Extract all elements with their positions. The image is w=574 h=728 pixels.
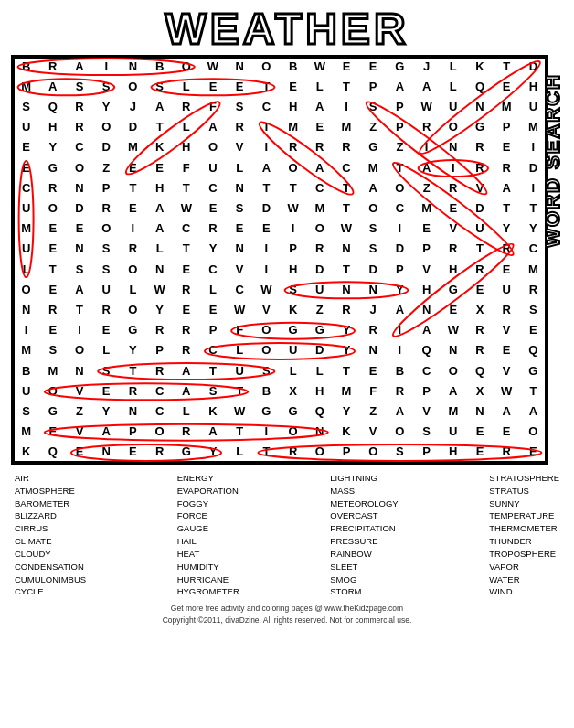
word-list-item: THUNDER [489, 536, 559, 548]
word-list-item: BAROMETER [15, 498, 86, 510]
word-list-item: EVAPORATION [177, 486, 239, 498]
footer-line2: Copyright ©2011, divaDzine. All rights r… [11, 615, 563, 626]
word-list-item: CYCLE [15, 586, 86, 598]
word-list-item: HEAT [177, 549, 239, 561]
word-list-item: LIGHTNING [330, 473, 398, 485]
word-list-item: HURRICANE [177, 574, 239, 586]
word-list-item: RAINBOW [330, 549, 398, 561]
word-list-item: STRATUS [489, 486, 559, 498]
word-list-item: CUMULONIMBUS [15, 574, 86, 586]
word-list-item: SLEET [330, 562, 398, 573]
word-search-label: WORD SEARCH [543, 73, 569, 248]
word-list-item: TROPOSPHERE [489, 549, 559, 561]
word-list-item: GAUGE [177, 523, 239, 535]
word-list-item: PRESSURE [330, 536, 398, 548]
word-list-item: THERMOMETER [489, 523, 559, 535]
word-list-item: OVERCAST [330, 510, 398, 522]
word-list-item: STRATOSPHERE [489, 473, 559, 485]
word-list-item: BLIZZARD [15, 510, 86, 522]
word-list-item: WIND [489, 586, 559, 598]
word-list-item: MASS [330, 486, 398, 498]
word-list-item: ATMOSPHERE [15, 486, 86, 498]
word-list-item: SMOG [330, 574, 398, 586]
word-list-item: FORCE [177, 510, 239, 522]
word-list-section: AIRATMOSPHEREBAROMETERBLIZZARDCIRRUSCLIM… [11, 473, 563, 598]
word-list-item: WATER [489, 574, 559, 586]
word-list-item: METEOROLOGY [330, 498, 398, 510]
word-list-col-2: ENERGYEVAPORATIONFOGGYFORCEGAUGEHAILHEAT… [177, 473, 239, 598]
word-list-col-3: LIGHTNINGMASSMETEOROLOGYOVERCASTPRECIPIT… [330, 473, 398, 598]
word-list-item: HYGROMETER [177, 586, 239, 598]
word-list-item: SUNNY [489, 498, 559, 510]
word-list-item: VAPOR [489, 562, 559, 573]
word-list-item: STORM [330, 586, 398, 598]
word-list-item: HUMIDITY [177, 562, 239, 573]
word-list-item: FOGGY [177, 498, 239, 510]
word-list-item: HAIL [177, 536, 239, 548]
page-title: WEATHER [11, 7, 563, 51]
footer-line1: Get more free activity and coloring page… [11, 603, 563, 615]
word-list-col-1: AIRATMOSPHEREBAROMETERBLIZZARDCIRRUSCLIM… [15, 473, 86, 598]
page: WEATHER WORD SEARCH AIRATMOSPHEREBAROMET… [0, 0, 574, 728]
word-list-item: CLOUDY [15, 549, 86, 561]
word-list-col-4: STRATOSPHERESTRATUSSUNNYTEMPERATURETHERM… [489, 473, 559, 598]
word-list-item: AIR [15, 473, 86, 485]
grid-wrapper [11, 55, 548, 465]
word-list-item: CONDENSATION [15, 562, 86, 573]
word-list-item: CLIMATE [15, 536, 86, 548]
word-list-item: ENERGY [177, 473, 239, 485]
word-list-item: CIRRUS [15, 523, 86, 535]
footer: Get more free activity and coloring page… [11, 603, 563, 626]
word-list-item: PRECIPITATION [330, 523, 398, 535]
word-list-item: TEMPERATURE [489, 510, 559, 522]
